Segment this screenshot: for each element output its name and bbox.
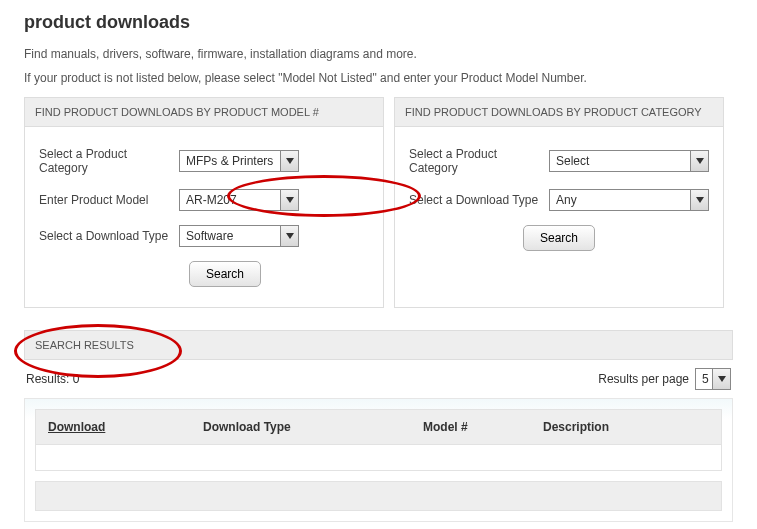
type-label-right: Select a Download Type: [409, 193, 549, 207]
category-select-right[interactable]: Select: [549, 150, 709, 172]
category-label-left: Select a Product Category: [39, 147, 179, 175]
results-table-footer: [35, 481, 722, 511]
type-select-right[interactable]: Any: [549, 189, 709, 211]
column-description: Description: [531, 410, 721, 444]
panel-header-category: FIND PRODUCT DOWNLOADS BY PRODUCT CATEGO…: [395, 98, 723, 127]
search-button-left[interactable]: Search: [189, 261, 261, 287]
chevron-down-icon: [280, 190, 298, 210]
search-by-model-panel: FIND PRODUCT DOWNLOADS BY PRODUCT MODEL …: [24, 97, 384, 308]
type-value-left: Software: [186, 229, 233, 243]
page-title: product downloads: [24, 12, 733, 33]
panel-header-model: FIND PRODUCT DOWNLOADS BY PRODUCT MODEL …: [25, 98, 383, 127]
intro-text-1: Find manuals, drivers, software, firmwar…: [24, 47, 733, 61]
model-value-left: AR-M207: [186, 193, 237, 207]
type-value-right: Any: [556, 193, 577, 207]
chevron-down-icon: [712, 369, 730, 389]
search-button-right[interactable]: Search: [523, 225, 595, 251]
category-label-right: Select a Product Category: [409, 147, 549, 175]
column-download-type: Download Type: [191, 410, 411, 444]
results-per-page-value: 5: [702, 372, 709, 386]
type-label-left: Select a Download Type: [39, 229, 179, 243]
results-table-body: [35, 445, 722, 471]
results-table: Download Download Type Model # Descripti…: [24, 398, 733, 522]
chevron-down-icon: [280, 151, 298, 171]
model-select-left[interactable]: AR-M207: [179, 189, 299, 211]
chevron-down-icon: [690, 190, 708, 210]
results-per-page-label: Results per page: [598, 372, 689, 386]
model-label-left: Enter Product Model: [39, 193, 179, 207]
results-count: Results: 0: [26, 372, 79, 386]
category-value-left: MFPs & Printers: [186, 154, 273, 168]
results-header: SEARCH RESULTS: [24, 330, 733, 360]
results-per-page-select[interactable]: 5: [695, 368, 731, 390]
search-by-category-panel: FIND PRODUCT DOWNLOADS BY PRODUCT CATEGO…: [394, 97, 724, 308]
chevron-down-icon: [280, 226, 298, 246]
column-download[interactable]: Download: [36, 410, 191, 444]
chevron-down-icon: [690, 151, 708, 171]
intro-text-2: If your product is not listed below, ple…: [24, 71, 733, 85]
type-select-left[interactable]: Software: [179, 225, 299, 247]
category-select-left[interactable]: MFPs & Printers: [179, 150, 299, 172]
category-value-right: Select: [556, 154, 589, 168]
column-model: Model #: [411, 410, 531, 444]
